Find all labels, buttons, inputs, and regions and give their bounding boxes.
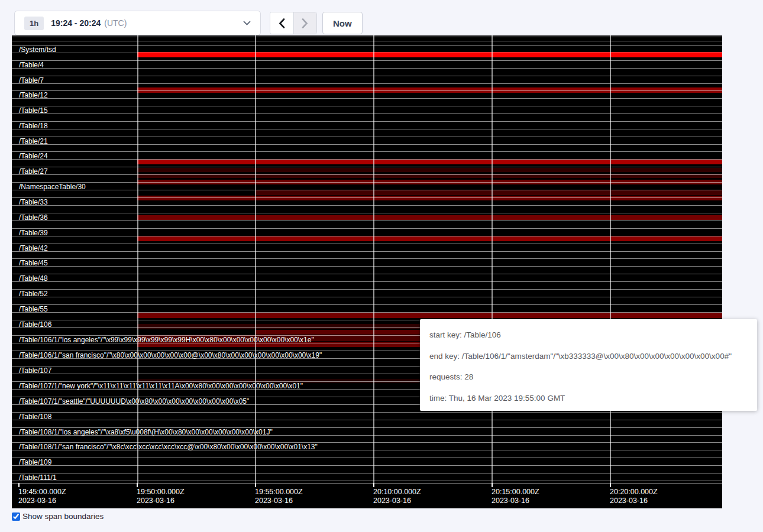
heat-band[interactable] bbox=[137, 168, 722, 172]
span-boundary-line bbox=[12, 182, 722, 183]
heat-band[interactable] bbox=[137, 160, 722, 164]
span-boundary-line bbox=[12, 41, 722, 41]
x-axis-time-label: 20:20:00.000Z bbox=[610, 488, 658, 497]
x-axis-date-label: 2023-03-16 bbox=[137, 497, 174, 505]
x-axis-date-label: 2023-03-16 bbox=[610, 497, 648, 505]
row-key-label: /Table/24 bbox=[19, 153, 48, 160]
span-boundary-line bbox=[12, 98, 722, 99]
row-key-label: /Table/109 bbox=[19, 459, 51, 466]
row-key-label: /Table/52 bbox=[19, 290, 48, 297]
span-boundary-line bbox=[12, 412, 722, 413]
x-axis-tick bbox=[18, 483, 20, 487]
tooltip-requests: requests: 28 bbox=[429, 372, 748, 381]
now-button[interactable]: Now bbox=[322, 12, 363, 34]
span-boundary-line bbox=[12, 274, 722, 274]
chevron-down-icon bbox=[243, 21, 251, 25]
span-boundary-line bbox=[12, 151, 722, 152]
x-axis-tick bbox=[610, 483, 611, 487]
tooltip-time: time: Thu, 16 Mar 2023 19:55:00 GMT bbox=[429, 394, 748, 403]
span-boundary-line bbox=[12, 90, 722, 91]
x-axis-tick bbox=[255, 483, 256, 487]
span-boundary-line bbox=[12, 483, 722, 484]
span-boundary-line bbox=[12, 251, 722, 252]
span-boundary-line bbox=[12, 420, 722, 420]
span-boundary-line bbox=[12, 266, 722, 267]
span-boundary-line bbox=[12, 297, 722, 297]
previous-range-button[interactable] bbox=[270, 12, 293, 34]
row-key-label: /Table/7 bbox=[19, 77, 44, 84]
span-boundary-line bbox=[12, 167, 722, 167]
span-boundary-line bbox=[12, 228, 722, 229]
row-key-label: /Table/12 bbox=[19, 92, 48, 99]
show-span-boundaries-checkbox[interactable] bbox=[12, 512, 20, 521]
span-boundary-line bbox=[12, 83, 722, 84]
span-boundary-line bbox=[12, 190, 722, 190]
range-label: 19:24 - 20:24 bbox=[51, 18, 101, 28]
x-axis-time-label: 19:50:00.000Z bbox=[137, 488, 185, 497]
span-boundary-line bbox=[12, 220, 722, 221]
heat-band[interactable] bbox=[137, 236, 722, 241]
span-boundary-line bbox=[12, 60, 722, 61]
span-boundary-line bbox=[12, 76, 722, 76]
row-key-label: /System/tsd bbox=[19, 46, 56, 53]
span-boundary-line bbox=[12, 53, 722, 53]
heat-band[interactable] bbox=[137, 196, 722, 200]
span-boundary-line bbox=[12, 68, 722, 69]
row-key-label: /Table/55 bbox=[19, 306, 48, 313]
row-key-label: /Table/45 bbox=[19, 259, 48, 267]
x-axis-date-label: 2023-03-16 bbox=[18, 497, 56, 505]
time-gridline bbox=[137, 35, 138, 483]
span-boundary-line bbox=[12, 37, 722, 37]
row-key-label: /Table/107/1/"seattle"/"UUUUUUD\x00\x80\… bbox=[19, 398, 249, 405]
row-key-label: /Table/108/1/"los angeles"/"\xa8\xf5\u00… bbox=[19, 429, 273, 436]
time-gridline bbox=[373, 35, 374, 483]
range-pager bbox=[270, 12, 317, 34]
span-boundary-line bbox=[12, 144, 722, 145]
x-axis-tick bbox=[492, 483, 493, 487]
row-key-label: /Table/21 bbox=[19, 138, 48, 145]
row-key-label: /Table/107 bbox=[19, 367, 51, 374]
range-timezone-label: (UTC) bbox=[104, 18, 127, 28]
span-boundary-line bbox=[12, 304, 722, 305]
time-range-dropdown[interactable]: 1h 19:24 - 20:24 (UTC) bbox=[14, 11, 261, 35]
span-boundary-line bbox=[12, 281, 722, 282]
x-axis-time-label: 19:55:00.000Z bbox=[255, 488, 303, 497]
row-key-label: /Table/106/1/"los angeles"/"\x99\x99\x99… bbox=[19, 336, 314, 343]
span-boundary-line bbox=[12, 258, 722, 259]
span-boundary-line bbox=[12, 244, 722, 244]
next-range-button[interactable] bbox=[293, 12, 316, 34]
time-gridline bbox=[492, 35, 493, 483]
x-axis-date-label: 2023-03-16 bbox=[492, 497, 529, 505]
span-boundary-line bbox=[12, 236, 722, 236]
span-boundary-line bbox=[12, 197, 722, 198]
row-key-label: /Table/15 bbox=[19, 107, 48, 114]
span-boundary-line bbox=[12, 205, 722, 206]
span-boundary-line bbox=[12, 45, 722, 46]
heat-band[interactable] bbox=[255, 190, 722, 195]
row-key-label: /Table/4 bbox=[19, 61, 44, 69]
span-boundary-line bbox=[12, 106, 722, 106]
span-boundary-line bbox=[12, 465, 722, 466]
footer-controls: Show span boundaries bbox=[12, 512, 104, 521]
row-key-label: /Table/42 bbox=[19, 245, 48, 252]
x-axis-time-label: 20:10:00.000Z bbox=[373, 488, 421, 497]
span-tooltip: start key: /Table/106 end key: /Table/10… bbox=[420, 319, 757, 411]
heat-band[interactable] bbox=[137, 215, 722, 220]
tooltip-end-key: end key: /Table/106/1/"amsterdam"/"\xb33… bbox=[429, 352, 748, 361]
range-duration-badge: 1h bbox=[24, 17, 44, 30]
heat-band[interactable] bbox=[137, 313, 722, 318]
row-key-label: /Table/111/1 bbox=[19, 474, 57, 481]
span-boundary-line bbox=[12, 312, 722, 313]
row-key-label: /NamespaceTable/30 bbox=[19, 183, 86, 190]
row-key-label: /Table/39 bbox=[19, 229, 48, 236]
show-span-boundaries-label[interactable]: Show span boundaries bbox=[12, 512, 104, 521]
x-axis-tick bbox=[137, 483, 138, 487]
x-axis-date-label: 2023-03-16 bbox=[255, 497, 293, 505]
chevron-left-icon bbox=[279, 18, 285, 28]
span-boundary-line bbox=[12, 159, 722, 160]
row-key-label: /Table/108/1/"san francisco"/"\x8c\xcc\x… bbox=[19, 443, 318, 450]
span-boundary-line bbox=[12, 213, 722, 213]
span-boundary-line bbox=[12, 129, 722, 129]
x-axis-date-label: 2023-03-16 bbox=[373, 497, 411, 505]
key-visualizer-canvas[interactable]: /System/tsd/Table/4/Table/7/Table/12/Tab… bbox=[12, 35, 722, 508]
